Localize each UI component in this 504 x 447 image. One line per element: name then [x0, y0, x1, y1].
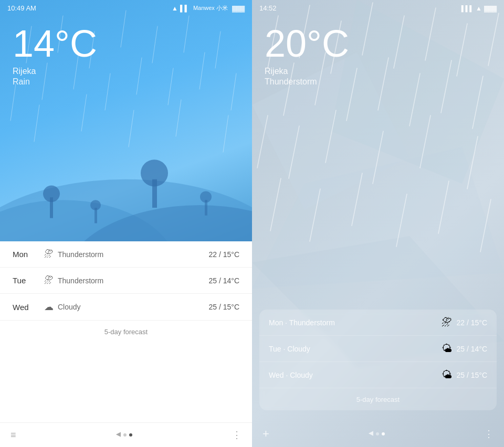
right-forecast-tue-icon: 🌤: [442, 343, 452, 355]
right-content: 14:52 ▌▌▌ ▲ ▓▓▓ 20°C Rijeka Thunderstorm…: [252, 0, 504, 447]
right-dot-2: [382, 432, 385, 435]
forecast-temp-mon: 22 / 15°C: [208, 250, 239, 259]
right-city: Rijeka: [265, 67, 491, 76]
dot-2: [129, 433, 132, 437]
right-status-bar: 14:52 ▌▌▌ ▲ ▓▓▓: [252, 0, 504, 14]
right-time: 14:52: [259, 4, 277, 12]
thunderstorm-icon-tue: ⛈: [44, 275, 54, 286]
more-icon[interactable]: ⋮: [232, 429, 242, 441]
right-forecast-mon-icon: ⛈: [442, 316, 452, 328]
svg-point-28: [90, 200, 101, 210]
forecast-day-mon: Mon: [13, 250, 44, 259]
left-time: 10:49 AM: [7, 4, 36, 12]
forecast-temp-tue: 25 / 14°C: [208, 276, 239, 285]
carrier-label: Manwex 小米: [193, 4, 228, 12]
right-signal-icon: ▌▌▌: [461, 5, 474, 12]
right-forecast-mon-label: Mon · Thunderstorm: [269, 318, 437, 327]
right-page-dots: ▶: [369, 430, 385, 438]
right-forecast-link-row[interactable]: 5-day forecast: [259, 388, 497, 410]
menu-icon[interactable]: ≡: [10, 430, 16, 441]
right-forecast-row-wed: Wed · Cloudy 🌤 25 / 15°C: [259, 362, 497, 388]
dot-1: [123, 433, 127, 437]
left-temp-area: 14°C Rijeka Rain: [0, 14, 252, 91]
svg-point-26: [141, 159, 168, 186]
left-panel: 10:49 AM ▲ ▌▌ Manwex 小米 ▓▓▓ 14°C Rijeka …: [0, 0, 252, 447]
right-temp-area: 20°C Rijeka Thunderstorm: [252, 14, 504, 91]
signal-icon: ▌▌: [180, 5, 189, 12]
wifi-icon: ▲: [172, 5, 178, 12]
forecast-row-wed: Wed ☁ Cloudy 25 / 15°C: [0, 294, 252, 321]
nav-arrow-left: ▶: [116, 431, 121, 439]
svg-point-24: [43, 186, 60, 203]
cloudy-icon-wed: ☁: [44, 301, 54, 313]
right-forecast-wed-icon: 🌤: [442, 369, 452, 381]
right-bottom-bar: + ▶ ⋮: [252, 421, 504, 447]
forecast-temp-wed: 25 / 15°C: [208, 303, 239, 311]
forecast-row-tue: Tue ⛈ Thunderstorm 25 / 14°C: [0, 268, 252, 294]
right-forecast-wed-temp: 25 / 15°C: [456, 371, 487, 379]
svg-point-30: [200, 191, 212, 203]
right-forecast-wed-label: Wed · Cloudy: [269, 371, 437, 379]
right-forecast-mon-temp: 22 / 15°C: [456, 318, 487, 327]
right-dot-1: [376, 432, 379, 435]
forecast-day-wed: Wed: [13, 303, 44, 312]
left-bottom-bar: ≡ ▶ ⋮: [0, 422, 252, 447]
right-forecast-tue-temp: 25 / 14°C: [456, 345, 487, 353]
right-condition: Thunderstorm: [265, 77, 491, 87]
right-more-icon[interactable]: ⋮: [484, 428, 494, 440]
forecast-row-mon: Mon ⛈ Thunderstorm 22 / 15°C: [0, 241, 252, 268]
page-dots: ▶: [116, 431, 132, 439]
left-temperature: 14°C: [13, 25, 239, 62]
right-panel: 14:52 ▌▌▌ ▲ ▓▓▓ 20°C Rijeka Thunderstorm…: [252, 0, 504, 447]
hills-svg: [0, 97, 252, 241]
forecast-day-tue: Tue: [13, 276, 44, 285]
right-battery-icon: ▓▓▓: [484, 5, 497, 12]
left-status-icons: ▲ ▌▌ Manwex 小米 ▓▓▓: [172, 4, 245, 12]
right-status-icons: ▌▌▌ ▲ ▓▓▓: [461, 5, 497, 12]
right-spacer: [252, 91, 504, 310]
left-city: Rijeka: [13, 67, 239, 76]
left-condition: Rain: [13, 77, 239, 87]
right-forecast-tue-label: Tue · Cloudy: [269, 345, 437, 353]
battery-icon: ▓▓▓: [232, 5, 245, 12]
right-wifi-icon: ▲: [476, 5, 482, 12]
right-forecast-card: Mon · Thunderstorm ⛈ 22 / 15°C Tue · Clo…: [259, 310, 497, 410]
left-forecast-link[interactable]: 5-day forecast: [0, 321, 252, 343]
thunderstorm-icon-mon: ⛈: [44, 249, 54, 260]
forecast-condition-tue: ⛈ Thunderstorm: [44, 275, 208, 286]
right-add-icon[interactable]: +: [262, 427, 269, 441]
right-forecast-row-mon: Mon · Thunderstorm ⛈ 22 / 15°C: [259, 310, 497, 336]
right-forecast-row-tue: Tue · Cloudy 🌤 25 / 14°C: [259, 336, 497, 362]
forecast-condition-wed: ☁ Cloudy: [44, 301, 208, 313]
right-forecast-link: 5-day forecast: [356, 396, 400, 403]
left-status-bar: 10:49 AM ▲ ▌▌ Manwex 小米 ▓▓▓: [0, 0, 252, 14]
left-weather-bg: 10:49 AM ▲ ▌▌ Manwex 小米 ▓▓▓ 14°C Rijeka …: [0, 0, 252, 241]
forecast-condition-mon: ⛈ Thunderstorm: [44, 249, 208, 260]
right-temperature: 20°C: [265, 25, 491, 62]
right-nav-arrow: ▶: [369, 430, 373, 438]
left-forecast-section: Mon ⛈ Thunderstorm 22 / 15°C Tue ⛈ Thund…: [0, 241, 252, 447]
